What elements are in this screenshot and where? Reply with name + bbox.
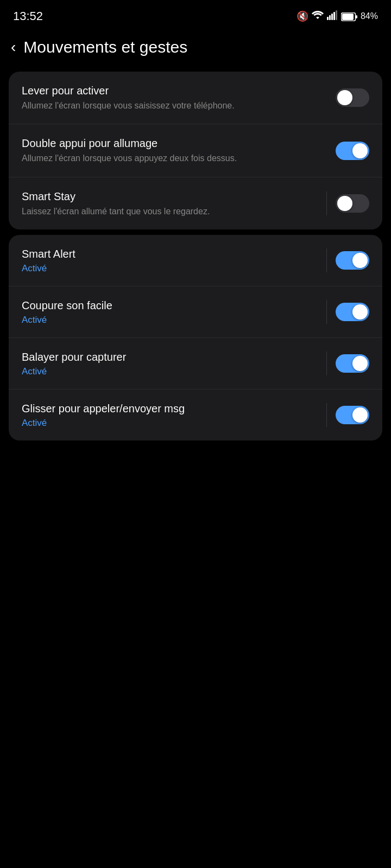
balayer-capturer-divider xyxy=(326,352,327,375)
coupure-son-toggle[interactable] xyxy=(336,303,369,321)
mute-icon: 🔇 xyxy=(297,10,308,22)
coupure-son-status: Activé xyxy=(22,315,318,326)
double-appui-toggle[interactable] xyxy=(336,142,369,160)
status-icons: 🔇 84% xyxy=(297,10,378,23)
lever-pour-activer-title: Lever pour activer xyxy=(22,84,327,98)
double-appui-title: Double appui pour allumage xyxy=(22,136,327,150)
page-title: Mouvements et gestes xyxy=(23,38,187,56)
balayer-capturer-toggle[interactable] xyxy=(336,354,369,373)
smart-alert-toggle[interactable] xyxy=(336,251,369,270)
page-header: ‹ Mouvements et gestes xyxy=(0,28,391,66)
balayer-capturer-row[interactable]: Balayer pour capturer Activé xyxy=(9,338,382,390)
svg-rect-4 xyxy=(336,10,337,20)
glisser-appeler-toggle[interactable] xyxy=(336,406,369,424)
lever-pour-activer-row[interactable]: Lever pour activer Allumez l'écran lorsq… xyxy=(9,72,382,124)
smart-alert-title: Smart Alert xyxy=(22,247,318,261)
smart-alert-row[interactable]: Smart Alert Activé xyxy=(9,235,382,286)
status-bar: 13:52 🔇 xyxy=(0,0,391,28)
double-appui-row[interactable]: Double appui pour allumage Allumez l'écr… xyxy=(9,124,382,177)
smart-alert-divider xyxy=(326,248,327,272)
battery-percent: 84% xyxy=(361,11,378,21)
battery-icon xyxy=(341,11,357,21)
smart-stay-subtitle: Laissez l'écran allumé tant que vous le … xyxy=(22,206,318,218)
balayer-capturer-title: Balayer pour capturer xyxy=(22,350,318,364)
balayer-capturer-status: Activé xyxy=(22,366,318,377)
smart-stay-title: Smart Stay xyxy=(22,189,318,203)
smart-stay-divider xyxy=(326,192,327,215)
smart-alert-status: Activé xyxy=(22,263,318,274)
svg-rect-6 xyxy=(342,14,354,20)
lever-pour-activer-toggle[interactable] xyxy=(336,88,369,107)
coupure-son-row[interactable]: Coupure son facile Activé xyxy=(9,286,382,338)
smart-stay-row[interactable]: Smart Stay Laissez l'écran allumé tant q… xyxy=(9,177,382,229)
status-time: 13:52 xyxy=(13,9,43,23)
signal-icon xyxy=(327,10,338,23)
coupure-son-title: Coupure son facile xyxy=(22,298,318,312)
back-button[interactable]: ‹ xyxy=(11,40,16,55)
svg-rect-2 xyxy=(331,14,333,20)
card-gestures: Smart Alert Activé Coupure son facile Ac… xyxy=(9,235,382,441)
lever-pour-activer-subtitle: Allumez l'écran lorsque vous saisissez v… xyxy=(22,100,327,112)
double-appui-subtitle: Allumez l'écran lorsque vous appuyez deu… xyxy=(22,152,327,164)
smart-stay-toggle[interactable] xyxy=(336,194,369,213)
glisser-appeler-status: Activé xyxy=(22,418,318,429)
glisser-appeler-row[interactable]: Glisser pour appeler/envoyer msg Activé xyxy=(9,390,382,441)
svg-rect-1 xyxy=(329,15,331,20)
svg-rect-0 xyxy=(327,17,329,20)
svg-rect-3 xyxy=(333,12,335,20)
wifi-icon xyxy=(312,10,324,23)
svg-rect-7 xyxy=(356,15,357,18)
coupure-son-divider xyxy=(326,300,327,324)
card-screen-settings: Lever pour activer Allumez l'écran lorsq… xyxy=(9,72,382,229)
glisser-appeler-divider xyxy=(326,403,327,427)
glisser-appeler-title: Glisser pour appeler/envoyer msg xyxy=(22,401,318,416)
